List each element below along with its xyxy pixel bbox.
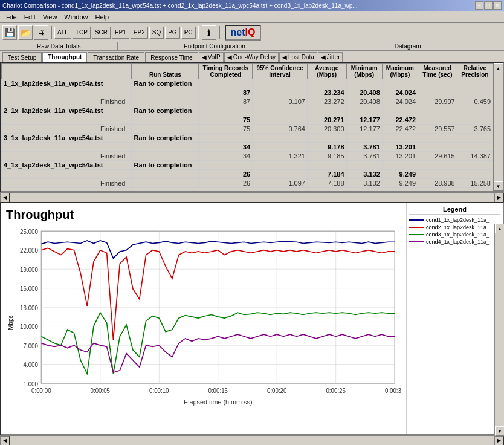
row-avg: 7.188: [307, 179, 346, 188]
row-records: 34: [199, 152, 253, 161]
legend-scrollbar[interactable]: ▲ ▼: [494, 224, 503, 434]
legend-label-cond1: cond1_1x_lap2desk_11a_: [426, 217, 489, 223]
save-button[interactable]: 💾: [2, 25, 17, 40]
menu-file[interactable]: File: [2, 13, 21, 21]
close-button[interactable]: ×: [493, 1, 502, 10]
row-status: Ran to completion: [132, 161, 199, 170]
svg-text:7.000: 7.000: [24, 342, 39, 349]
tab-test-setup[interactable]: Test Setup: [2, 52, 42, 62]
chart-hscroll-track[interactable]: [10, 436, 494, 445]
tab-jitter[interactable]: ◀Jitter: [318, 52, 343, 62]
filter-sq[interactable]: SQ: [149, 27, 164, 39]
print-button[interactable]: 🖨: [34, 25, 48, 40]
row-status: Ran to completion: [132, 106, 199, 115]
tab-throughput[interactable]: Throughput: [42, 52, 87, 62]
legend-label-cond2: cond2_1x_lap2desk_11a_: [426, 224, 489, 230]
svg-text:0:00:05: 0:00:05: [91, 388, 111, 394]
legend-line-cond2: [409, 227, 424, 228]
row-max: 22.472: [382, 115, 418, 125]
scroll-up-btn[interactable]: ▲: [494, 63, 503, 73]
chart-y-label: Mbps: [6, 224, 15, 421]
svg-text:25.000: 25.000: [20, 229, 38, 235]
toolbar: 💾 📂 🖨 ALL TCP SCR EP1 EP2 SQ PG PC ℹ net…: [0, 23, 504, 42]
row-avg: 9.178: [307, 143, 346, 152]
table-row: 3_1x_lap2desk_11a_wpc54a.tst Ran to comp…: [2, 134, 493, 143]
col-run-status: Run Status: [132, 64, 199, 79]
row-rp: 0.459: [457, 97, 493, 106]
filter-all[interactable]: ALL: [54, 27, 71, 39]
chart-hscroll-right[interactable]: ▶: [494, 436, 504, 446]
chart-hscroll-left[interactable]: ◀: [0, 436, 10, 446]
row-max: 13.201: [382, 143, 418, 152]
row-rp: 3.765: [457, 125, 493, 134]
filter-pg[interactable]: PG: [165, 27, 179, 39]
separator-2: [198, 26, 199, 39]
col-rp: RelativePrecision: [457, 64, 493, 79]
row-min: 20.408: [346, 88, 382, 97]
svg-text:0:00:25: 0:00:25: [326, 388, 346, 394]
svg-text:10.000: 10.000: [20, 323, 38, 330]
maximize-button[interactable]: □: [484, 1, 493, 10]
filter-ep2[interactable]: EP2: [131, 27, 148, 39]
row-max: 9.249: [382, 179, 418, 188]
table-scrollbar-v[interactable]: ▲ ▼: [493, 63, 503, 191]
tab-lost-data[interactable]: ◀Lost Data: [279, 52, 317, 62]
hscroll-track[interactable]: [10, 193, 494, 202]
hscroll-right-btn[interactable]: ▶: [494, 193, 504, 203]
data-table: Run Status Timing RecordsCompleted 95% C…: [1, 63, 493, 188]
row-min: 3.132: [346, 179, 382, 188]
table-scrollbar-h[interactable]: ◀ ▶: [0, 192, 504, 202]
hscroll-left-btn[interactable]: ◀: [0, 193, 10, 203]
row-name: 3_1x_lap2desk_11a_wpc54a.tst: [2, 134, 132, 143]
col-min: Minimum(Mbps): [346, 64, 382, 79]
svg-text:22.000: 22.000: [20, 247, 38, 254]
row-name: 2_1x_lap2desk_11a_wpc54a.tst: [2, 106, 132, 115]
tab-one-way-delay[interactable]: ◀One-Way Delay: [224, 52, 279, 62]
tab-response-time[interactable]: Response Time: [145, 52, 198, 62]
scroll-track[interactable]: [494, 73, 503, 181]
row-ci: 0.764: [253, 125, 308, 134]
row-max: 24.024: [382, 97, 418, 106]
filter-ep1[interactable]: EP1: [112, 27, 129, 39]
legend-scroll-track[interactable]: [495, 233, 503, 426]
row-records: 26: [199, 170, 253, 179]
row-min: 3.781: [346, 152, 382, 161]
filter-scr[interactable]: SCR: [92, 27, 111, 39]
row-label: Finished: [2, 179, 132, 188]
chart-scrollbar-h[interactable]: ◀ ▶: [0, 435, 504, 445]
row-max: 9.249: [382, 170, 418, 179]
menu-window[interactable]: Window: [60, 13, 91, 21]
row-time: 29.907: [418, 97, 457, 106]
filter-tcp[interactable]: TCP: [73, 27, 91, 39]
menu-help[interactable]: Help: [91, 13, 112, 21]
tab-voip[interactable]: ◀VoIP: [199, 52, 224, 62]
table-row: 87 23.234 20.408 24.024: [2, 88, 493, 97]
legend-scroll-down[interactable]: ▼: [495, 426, 503, 434]
col-records: Timing RecordsCompleted: [199, 64, 253, 79]
row-avg: 20.300: [307, 125, 346, 134]
table-row: 26 7.184 3.132 9.249: [2, 170, 493, 179]
nav-endpoint: Endpoint Configuration: [118, 42, 311, 50]
titlebar: Chariot Comparison - cond1_1x_lap2desk_1…: [0, 0, 504, 11]
legend-scroll-up[interactable]: ▲: [495, 224, 503, 233]
scroll-down-btn[interactable]: ▼: [494, 181, 503, 191]
row-avg: 7.184: [307, 170, 346, 179]
tab-transaction-rate[interactable]: Transaction Rate: [88, 52, 144, 62]
open-button[interactable]: 📂: [18, 25, 33, 40]
menu-view[interactable]: View: [39, 13, 61, 21]
row-time: 28.938: [418, 179, 457, 188]
legend-line-cond3: [409, 234, 424, 235]
row-status: Ran to completion: [132, 79, 199, 88]
info-button[interactable]: ℹ: [202, 25, 216, 40]
chart-svg: 25.000 22.000 19.000 16.000 13.000 10.00…: [15, 224, 401, 421]
svg-text:0:00:15: 0:00:15: [208, 388, 228, 394]
row-label: Finished: [2, 125, 132, 134]
data-table-container: Run Status Timing RecordsCompleted 95% C…: [0, 62, 504, 192]
menu-edit[interactable]: Edit: [21, 13, 39, 21]
minimize-button[interactable]: −: [475, 1, 483, 10]
row-avg: 23.234: [307, 88, 346, 97]
data-table-scroll[interactable]: Run Status Timing RecordsCompleted 95% C…: [1, 63, 493, 191]
row-records: 34: [199, 143, 253, 152]
table-row: 75 20.271 12.177 22.472: [2, 115, 493, 125]
filter-pc[interactable]: PC: [181, 27, 196, 39]
